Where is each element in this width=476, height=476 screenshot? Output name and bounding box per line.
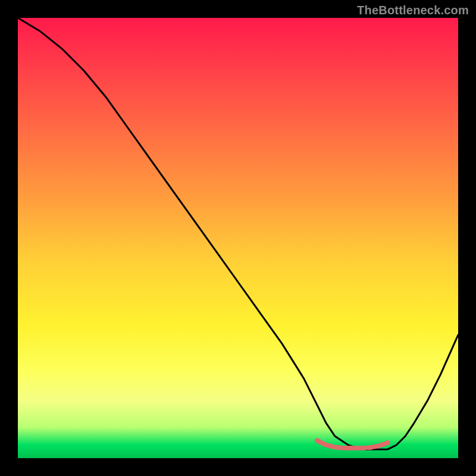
watermark-text: TheBottleneck.com — [357, 4, 469, 17]
series-black-curve — [18, 18, 458, 449]
curve-svg — [18, 18, 458, 458]
plot-area — [18, 18, 458, 458]
chart-stage: TheBottleneck.com — [0, 0, 476, 476]
series-red-band — [317, 440, 387, 448]
